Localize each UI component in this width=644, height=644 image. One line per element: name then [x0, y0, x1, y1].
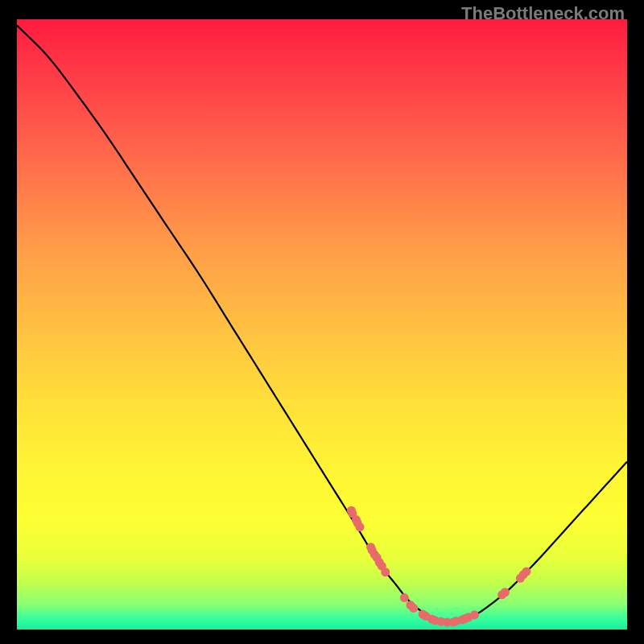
marker-point [501, 588, 510, 597]
marker-group [347, 506, 531, 627]
bottleneck-curve-path [17, 26, 627, 622]
marker-point [470, 610, 479, 619]
marker-point [409, 604, 418, 613]
marker-point [522, 567, 530, 576]
chart-svg [17, 19, 627, 630]
marker-point [381, 568, 390, 576]
watermark-text: TheBottleneck.com [461, 3, 625, 24]
plot-area [17, 19, 627, 630]
marker-point [400, 593, 409, 602]
marker-point [356, 522, 365, 531]
